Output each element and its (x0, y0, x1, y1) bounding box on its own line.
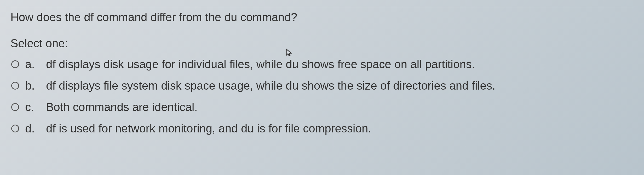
option-b[interactable]: b. df displays file system disk space us… (10, 79, 634, 92)
option-text-b: df displays file system disk space usage… (46, 79, 495, 92)
option-letter-b: b. (25, 79, 41, 92)
option-text-c: Both commands are identical. (46, 101, 198, 114)
option-letter-d: d. (25, 122, 41, 135)
radio-wrapper (10, 60, 20, 69)
radio-option-a[interactable] (11, 60, 19, 68)
option-c[interactable]: c. Both commands are identical. (10, 101, 634, 114)
radio-option-b[interactable] (11, 82, 19, 90)
option-text-d: df is used for network monitoring, and d… (46, 122, 371, 135)
option-letter-a: a. (25, 58, 41, 71)
select-one-label: Select one: (10, 37, 634, 50)
option-d[interactable]: d. df is used for network monitoring, an… (10, 122, 634, 135)
question-text: How does the df command differ from the … (10, 8, 634, 24)
options-group: a. df displays disk usage for individual… (10, 58, 634, 135)
radio-wrapper (10, 124, 20, 133)
option-letter-c: c. (25, 101, 41, 114)
radio-option-c[interactable] (11, 103, 19, 111)
radio-option-d[interactable] (11, 125, 19, 132)
radio-wrapper (10, 102, 20, 112)
option-a[interactable]: a. df displays disk usage for individual… (10, 58, 634, 71)
option-text-a: df displays disk usage for individual fi… (46, 58, 475, 71)
radio-wrapper (10, 81, 20, 90)
